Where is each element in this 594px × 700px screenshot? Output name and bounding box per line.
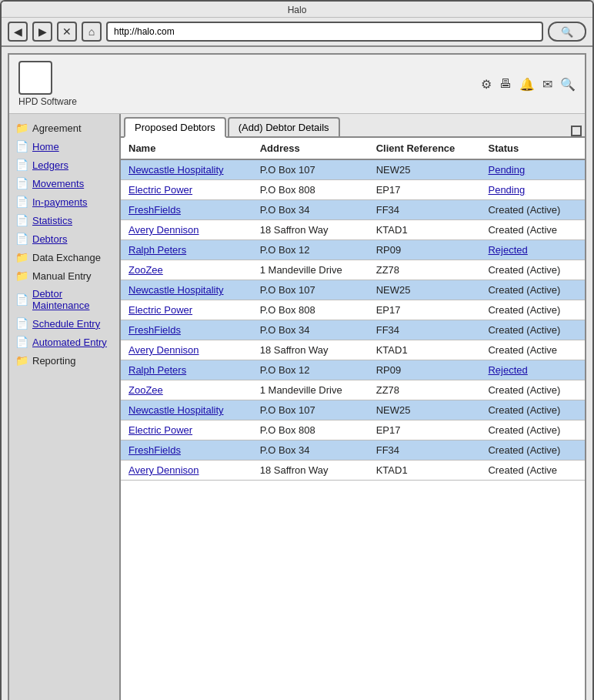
- sidebar-label-agreement: Agreement: [32, 122, 82, 134]
- cell-name: ZooZee: [121, 380, 252, 400]
- sidebar-item-home[interactable]: 📄 Home: [9, 137, 119, 156]
- folder-icon: 📁: [15, 122, 28, 134]
- sidebar-item-manual-entry[interactable]: 📁 Manual Entry: [9, 266, 119, 285]
- sidebar-link-home[interactable]: Home: [32, 141, 59, 152]
- browser-toolbar: ◀ ▶ ✕ ⌂ 🔍: [2, 18, 592, 47]
- sidebar-item-statistics[interactable]: 📄 Statistics: [9, 211, 119, 229]
- debtor-name-link[interactable]: Ralph Peters: [128, 244, 186, 256]
- cell-ref: ZZ78: [369, 380, 481, 400]
- debtor-name-link[interactable]: FreshFields: [128, 204, 181, 216]
- debtor-name-link[interactable]: FreshFields: [128, 444, 181, 456]
- cell-ref: KTAD1: [369, 461, 481, 481]
- status-link[interactable]: Rejected: [488, 364, 527, 376]
- cell-status: Created (Active): [480, 300, 585, 320]
- sidebar-link-in-payments[interactable]: In-payments: [32, 196, 88, 208]
- cell-address: P.O Box 34: [252, 200, 369, 220]
- table-row: FreshFieldsP.O Box 34FF34Created (Active…: [121, 320, 585, 340]
- tab-proposed-debtors[interactable]: Proposed Debtors: [124, 117, 226, 138]
- debtor-name-link[interactable]: Electric Power: [128, 184, 192, 196]
- mail-icon[interactable]: ✉: [542, 77, 552, 92]
- tab-add-debtor-details[interactable]: (Add) Debtor Details: [228, 117, 340, 136]
- table-row: Avery Dennison18 Saffron WayKTAD1Created…: [121, 461, 585, 481]
- cell-name: FreshFields: [121, 320, 252, 340]
- debtor-name-link[interactable]: ZooZee: [128, 264, 163, 276]
- cell-address: 1 Mandeville Drive: [252, 260, 369, 280]
- status-text: Created (Active): [488, 204, 560, 216]
- debtor-name-link[interactable]: ZooZee: [128, 384, 163, 396]
- browser-window: Halo ◀ ▶ ✕ ⌂ 🔍 HPD Software ⚙ 🖶 🔔 ✉ 🔍: [0, 0, 594, 700]
- bell-icon[interactable]: 🔔: [519, 77, 535, 92]
- tab-checkbox[interactable]: [571, 126, 582, 136]
- debtor-name-link[interactable]: Avery Dennison: [128, 224, 199, 236]
- sidebar-item-movements[interactable]: 📄 Movements: [9, 174, 119, 193]
- search-icon[interactable]: 🔍: [560, 77, 576, 92]
- cell-name: ZooZee: [121, 260, 252, 280]
- debtor-name-link[interactable]: Newcastle Hospitality: [128, 284, 224, 296]
- debtor-name-link[interactable]: Ralph Peters: [128, 364, 186, 376]
- status-link[interactable]: Rejected: [488, 244, 527, 256]
- sidebar-link-statistics[interactable]: Statistics: [32, 215, 72, 226]
- cell-status: Rejected: [480, 240, 585, 260]
- tabs-row: Proposed Debtors (Add) Debtor Details: [121, 114, 585, 138]
- sidebar-item-debtor-maintenance[interactable]: 📄 Debtor Maintenance: [9, 285, 119, 314]
- sidebar-item-schedule-entry[interactable]: 📄 Schedule Entry: [9, 314, 119, 333]
- forward-button[interactable]: ▶: [32, 22, 52, 42]
- cell-address: 1 Mandeville Drive: [252, 380, 369, 400]
- sidebar-link-ledgers[interactable]: Ledgers: [32, 159, 68, 171]
- browser-titlebar: Halo: [2, 2, 592, 18]
- sidebar-link-debtor-maintenance[interactable]: Debtor Maintenance: [32, 288, 113, 311]
- sidebar-item-data-exchange[interactable]: 📁 Data Exchange: [9, 248, 119, 266]
- cell-address: 18 Saffron Way: [252, 461, 369, 481]
- sidebar-item-agreement[interactable]: 📁 Agreement: [9, 119, 119, 137]
- app-logo-section: HPD Software: [18, 61, 77, 107]
- folder-icon: 📁: [15, 270, 28, 282]
- debtor-name-link[interactable]: Avery Dennison: [128, 464, 199, 476]
- sidebar-item-ledgers[interactable]: 📄 Ledgers: [9, 156, 119, 174]
- cell-name: Newcastle Hospitality: [121, 159, 252, 180]
- debtor-name-link[interactable]: Electric Power: [128, 304, 192, 316]
- sidebar-label-data-exchange: Data Exchange: [32, 252, 101, 263]
- doc-icon: 📄: [15, 214, 28, 226]
- cell-name: Ralph Peters: [121, 360, 252, 380]
- table-row: Avery Dennison18 Saffron WayKTAD1Created…: [121, 340, 585, 360]
- home-button[interactable]: ⌂: [82, 22, 102, 42]
- debtor-name-link[interactable]: Newcastle Hospitality: [128, 404, 224, 416]
- sidebar-link-schedule-entry[interactable]: Schedule Entry: [32, 318, 100, 330]
- sidebar-label-manual-entry: Manual Entry: [32, 270, 92, 282]
- cell-ref: KTAD1: [369, 340, 481, 360]
- cell-address: 18 Saffron Way: [252, 340, 369, 360]
- sidebar-label-reporting: Reporting: [32, 355, 75, 367]
- tab-label-proposed-debtors: Proposed Debtors: [135, 122, 215, 133]
- sidebar-item-reporting[interactable]: 📁 Reporting: [9, 351, 119, 370]
- app-container: HPD Software ⚙ 🖶 🔔 ✉ 🔍 📁 Agreement 📄: [8, 53, 586, 700]
- app-header-icons: ⚙ 🖶 🔔 ✉ 🔍: [481, 77, 576, 92]
- table-row: Newcastle HospitalityP.O Box 107NEW25Cre…: [121, 280, 585, 300]
- status-link[interactable]: Pending: [488, 184, 525, 196]
- status-text: Created (Active): [488, 264, 560, 276]
- back-button[interactable]: ◀: [8, 22, 28, 42]
- print-icon[interactable]: 🖶: [499, 77, 512, 91]
- status-text: Created (Active): [488, 324, 560, 336]
- sidebar-link-automated-entry[interactable]: Automated Entry: [32, 337, 107, 348]
- debtor-name-link[interactable]: Electric Power: [128, 424, 192, 436]
- debtor-name-link[interactable]: Avery Dennison: [128, 344, 199, 356]
- sidebar-link-debtors[interactable]: Debtors: [32, 233, 68, 245]
- stop-button[interactable]: ✕: [57, 22, 77, 42]
- cell-address: P.O Box 34: [252, 440, 369, 461]
- table-row: Ralph PetersP.O Box 12RP09Rejected: [121, 360, 585, 380]
- doc-icon: 📄: [15, 177, 28, 189]
- debtor-name-link[interactable]: Newcastle Hospitality: [128, 164, 224, 176]
- sidebar-item-automated-entry[interactable]: 📄 Automated Entry: [9, 333, 119, 351]
- sidebar-item-debtors[interactable]: 📄 Debtors: [9, 229, 119, 248]
- settings-icon[interactable]: ⚙: [481, 77, 492, 92]
- folder-icon: 📁: [15, 251, 28, 263]
- cell-address: P.O Box 808: [252, 420, 369, 440]
- debtor-name-link[interactable]: FreshFields: [128, 324, 181, 336]
- status-link[interactable]: Pending: [488, 164, 525, 176]
- sidebar-link-movements[interactable]: Movements: [32, 178, 84, 189]
- search-button[interactable]: 🔍: [548, 22, 586, 42]
- address-bar[interactable]: [106, 22, 543, 42]
- table-row: Ralph PetersP.O Box 12RP09Rejected: [121, 240, 585, 260]
- sidebar-item-in-payments[interactable]: 📄 In-payments: [9, 193, 119, 211]
- table-row: Electric PowerP.O Box 808EP17Created (Ac…: [121, 420, 585, 440]
